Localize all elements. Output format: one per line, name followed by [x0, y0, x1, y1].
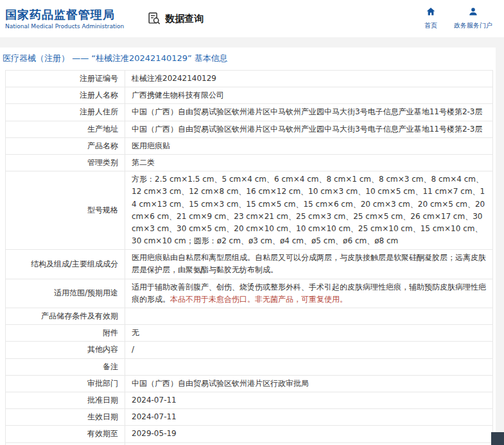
row-label: 管理类别 [6, 154, 125, 171]
row-label: 生效日期 [6, 409, 125, 426]
site-header: 国家药品监督管理局 National Medical Products Admi… [0, 0, 504, 37]
table-row: 注册人住所 中国（广西）自由贸易试验区钦州港片区中马钦州产业园中马大街3号电子信… [6, 104, 493, 121]
org-name-en: National Medical Products Administration [5, 23, 124, 30]
row-value: 中国（广西）自由贸易试验区钦州港片区行政审批局 [125, 375, 493, 392]
row-label: 变更情况 [6, 442, 125, 445]
row-value: 广西携健生物科技有限公司 [125, 87, 493, 104]
table-row: 有效期至 2029-05-19 [6, 426, 493, 442]
scope-warning-text: 本品不用于未愈合伤口。非无菌产品，可重复使用。 [170, 295, 347, 304]
row-value: 医用疤痕贴 [125, 137, 493, 154]
nmpa-logo[interactable]: 国家药品监督管理局 National Medical Products Admi… [5, 8, 124, 30]
top-nav: 首页 政务服务门户 [424, 6, 492, 30]
table-row: 变更情况 2024年07月11日 注册人生产地址由“中国（广西）自由贸易试验区钦… [6, 442, 493, 445]
nav-gov-portal[interactable]: 政务服务门户 [454, 6, 492, 30]
row-value: 无 [125, 325, 493, 342]
table-row: 产品名称 医用疤痕贴 [6, 137, 493, 154]
table-row: 其他内容 / [6, 342, 493, 358]
row-value: 2024-07-11 [125, 392, 493, 408]
row-label: 型号规格 [6, 171, 125, 250]
row-label: 有效期至 [6, 426, 125, 442]
row-value: 桂械注准20242140129 [125, 71, 493, 87]
registration-info-table: 注册证编号 桂械注准20242140129 注册人名称 广西携健生物科技有限公司… [5, 70, 493, 445]
row-label: 其他内容 [6, 342, 125, 358]
table-row: 管理类别 第二类 [6, 154, 493, 171]
content-area: 医疗器械（注册） —— “桂械注准20242140129” 基本信息 注册证编号… [0, 48, 496, 445]
row-value: 适用于辅助改善剖腹产、创伤、烧烫伤或整形外科、手术引起的皮肤病理性疤痕，辅助预防… [125, 279, 493, 308]
table-row: 注册证编号 桂械注准20242140129 [6, 71, 493, 87]
row-label: 注册人名称 [6, 87, 125, 104]
row-label: 产品储存条件及有效期 [6, 308, 125, 325]
row-label: 结构及组成/主要组成成分 [6, 250, 125, 279]
row-value: 方形：2.5 cm×1.5 cm、5 cm×4 cm、6 cm×4 cm、8 c… [125, 171, 493, 250]
row-label: 批准日期 [6, 392, 125, 408]
row-label: 审批部门 [6, 375, 125, 392]
row-value [125, 358, 493, 375]
row-value: / [125, 342, 493, 358]
row-value: 医用疤痕贴由自粘层和离型层组成。自粘层又可以分成两层，与皮肤接触层是软聚硅酮凝胶… [125, 250, 493, 279]
table-row: 生效日期 2024-07-11 [6, 409, 493, 426]
row-label: 注册证编号 [6, 71, 125, 87]
table-row: 结构及组成/主要组成成分 医用疤痕贴由自粘层和离型层组成。自粘层又可以分成两层，… [6, 250, 493, 279]
row-label: 附件 [6, 325, 125, 342]
table-row: 备注 [6, 358, 493, 375]
row-value: 中国（广西）自由贸易试验区钦州港片区中马钦州产业园中马大街3号电子信息产业基地1… [125, 104, 493, 121]
row-value: 2024-07-11 [125, 409, 493, 426]
row-label: 注册人住所 [6, 104, 125, 121]
table-row: 注册人名称 广西携健生物科技有限公司 [6, 87, 493, 104]
home-icon [426, 6, 436, 19]
row-value: 中国（广西）自由贸易试验区钦州港片区中马钦州产业园中马大街3号电子信息产业基地1… [125, 121, 493, 137]
table-row: 审批部门 中国（广西）自由贸易试验区钦州港片区行政审批局 [6, 375, 493, 392]
floating-widget[interactable] [491, 432, 504, 445]
table-row: 生产地址 中国（广西）自由贸易试验区钦州港片区中马钦州产业园中马大街3号电子信息… [6, 121, 493, 137]
row-label: 适用范围/预期用途 [6, 279, 125, 308]
data-query-label: 数据查询 [165, 13, 204, 25]
table-row: 附件 无 [6, 325, 493, 342]
table-row: 产品储存条件及有效期 [6, 308, 493, 325]
row-value: 2029-05-19 [125, 426, 493, 442]
row-value: 2024年07月11日 注册人生产地址由“中国（广西）自由贸易试验区钦州港片区中… [125, 442, 493, 445]
table-row: 适用范围/预期用途 适用于辅助改善剖腹产、创伤、烧烫伤或整形外科、手术引起的皮肤… [6, 279, 493, 308]
user-icon [468, 6, 478, 19]
row-label: 产品名称 [6, 137, 125, 154]
org-name-cn: 国家药品监督管理局 [5, 8, 124, 22]
nav-gov-portal-label: 政务服务门户 [454, 21, 492, 30]
row-value [125, 308, 493, 325]
data-query-icon [147, 12, 161, 26]
row-label: 备注 [6, 358, 125, 375]
nav-home-label: 首页 [424, 21, 437, 30]
row-value: 第二类 [125, 154, 493, 171]
table-row: 批准日期 2024-07-11 [6, 392, 493, 408]
table-row: 型号规格 方形：2.5 cm×1.5 cm、5 cm×4 cm、6 cm×4 c… [6, 171, 493, 250]
row-label: 生产地址 [6, 121, 125, 137]
breadcrumb: 医疗器械（注册） —— “桂械注准20242140129” 基本信息 [0, 48, 496, 70]
data-query-tab[interactable]: 数据查询 [147, 12, 204, 26]
nav-home[interactable]: 首页 [424, 6, 437, 30]
